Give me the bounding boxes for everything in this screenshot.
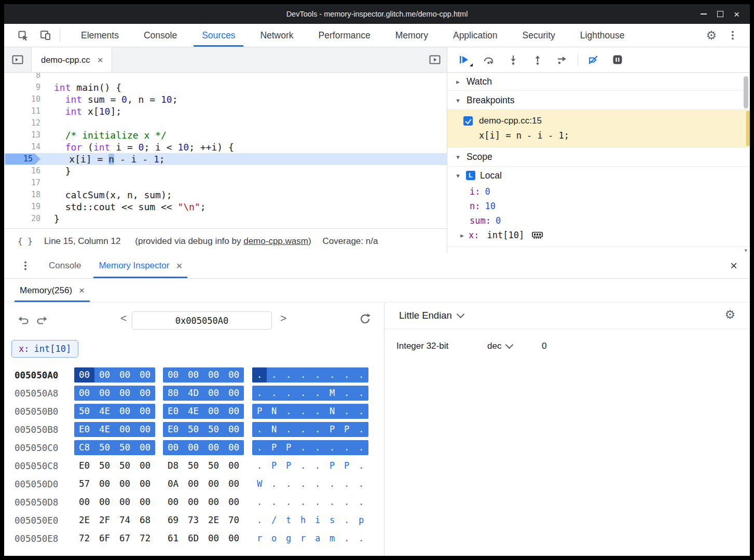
memory-byte[interactable]: 00	[183, 440, 203, 455]
memory-byte[interactable]: 70	[224, 513, 244, 528]
memory-ascii-char[interactable]: .	[339, 386, 354, 401]
memory-ascii-char[interactable]: .	[354, 531, 368, 546]
line-number[interactable]: 18	[4, 189, 48, 201]
memory-ascii-char[interactable]: .	[267, 476, 281, 491]
memory-ascii-char[interactable]: .	[339, 440, 354, 455]
breakpoint-entry[interactable]: demo-cpp.cc:15 x[i] = n - i - 1;	[447, 110, 750, 147]
memory-byte[interactable]: 00	[163, 495, 183, 510]
memory-ascii-char[interactable]: r	[296, 531, 310, 546]
scrollbar-thumb[interactable]	[744, 76, 748, 108]
line-number[interactable]: 11	[4, 105, 48, 117]
memory-byte[interactable]: 00	[224, 367, 244, 383]
memory-ascii-char[interactable]: .	[296, 440, 310, 455]
tab-memory-inspector[interactable]: Memory Inspector ×	[93, 253, 187, 278]
memory-byte[interactable]: 00	[135, 422, 155, 437]
memory-ascii-char[interactable]: .	[310, 404, 325, 419]
memory-ascii-char[interactable]: P	[339, 422, 354, 437]
memory-ascii-char[interactable]: .	[296, 367, 310, 383]
memory-ascii-char[interactable]: .	[325, 495, 339, 510]
line-number[interactable]: 12	[4, 117, 48, 129]
resume-script-icon[interactable]	[459, 55, 469, 64]
step-out-icon[interactable]	[532, 55, 543, 65]
memory-byte[interactable]: 00	[203, 440, 224, 455]
line-number[interactable]: 19	[4, 201, 48, 213]
memory-byte[interactable]: E0	[163, 422, 183, 437]
memory-byte[interactable]: 00	[94, 386, 115, 401]
memory-ascii-char[interactable]: .	[354, 476, 368, 491]
memory-ascii-char[interactable]: .	[354, 422, 368, 437]
memory-ascii-char[interactable]: .	[310, 440, 325, 455]
memory-byte[interactable]: 00	[224, 495, 244, 510]
memory-byte[interactable]: 00	[135, 458, 155, 473]
scroll-down-icon[interactable]: ▾	[744, 248, 747, 253]
memory-byte[interactable]: 50	[203, 422, 224, 437]
memory-ascii-char[interactable]: .	[339, 513, 354, 528]
memory-ascii-char[interactable]: .	[354, 367, 368, 383]
memory-ascii-char[interactable]: .	[310, 422, 325, 437]
memory-byte[interactable]: 00	[203, 404, 224, 419]
minimize-icon[interactable]	[701, 13, 707, 15]
memory-ascii-char[interactable]: g	[281, 531, 296, 546]
tab-application[interactable]: Application	[441, 24, 510, 47]
format-braces-icon[interactable]: { }	[18, 236, 33, 246]
memory-byte[interactable]: 0A	[163, 476, 183, 491]
memory-ascii-char[interactable]: .	[310, 367, 325, 383]
memory-ascii-char[interactable]: s	[325, 513, 339, 528]
memory-ascii-char[interactable]: i	[310, 513, 325, 528]
breakpoints-section-header[interactable]: ▾ Breakpoints	[447, 91, 750, 110]
tab-performance[interactable]: Performance	[306, 24, 383, 47]
memory-ascii-char[interactable]: .	[310, 476, 325, 491]
memory-ascii-char[interactable]: t	[281, 513, 296, 528]
memory-ascii-char[interactable]: P	[325, 458, 339, 473]
memory-byte[interactable]: 00	[115, 422, 135, 437]
memory-ascii-char[interactable]: p	[354, 513, 368, 528]
step-icon[interactable]	[557, 55, 568, 65]
tab-console[interactable]: Console	[44, 253, 86, 278]
memory-byte[interactable]: 80	[163, 386, 183, 401]
memory-byte[interactable]: 00	[183, 495, 203, 510]
memory-ascii-char[interactable]: M	[325, 386, 339, 401]
line-number[interactable]: 8	[4, 73, 48, 81]
tab-sources[interactable]: Sources	[189, 24, 248, 47]
memory-ascii-char[interactable]: .	[267, 367, 281, 383]
memory-byte[interactable]: 2E	[74, 513, 94, 528]
close-drawer-icon[interactable]: ×	[730, 253, 737, 278]
code-editor[interactable]: 89int main() {10 int sum = 0, n = 10;11 …	[4, 73, 447, 228]
memory-ascii-char[interactable]: .	[296, 422, 310, 437]
memory-ascii-char[interactable]: .	[296, 386, 310, 401]
memory-ascii-char[interactable]: o	[267, 531, 281, 546]
step-over-icon[interactable]	[483, 55, 494, 65]
expand-icon[interactable]: ▸	[459, 231, 465, 239]
memory-ascii-char[interactable]: .	[354, 386, 368, 401]
inspect-element-icon[interactable]	[18, 30, 29, 41]
memory-byte[interactable]: E0	[74, 422, 94, 437]
memory-byte[interactable]: 00	[203, 367, 224, 383]
memory-ascii-char[interactable]: .	[339, 476, 354, 491]
line-number[interactable]: 13	[4, 129, 48, 141]
memory-ascii-char[interactable]: .	[296, 476, 310, 491]
memory-ascii-char[interactable]: W	[252, 476, 267, 491]
memory-byte[interactable]: 00	[135, 440, 155, 455]
close-window-icon[interactable]: ×	[734, 9, 739, 19]
previous-page-icon[interactable]: <	[120, 312, 127, 324]
memory-ascii-char[interactable]: .	[296, 458, 310, 473]
memory-byte[interactable]: 00	[94, 495, 115, 510]
memory-byte[interactable]: 57	[74, 476, 94, 491]
value-format-select[interactable]: dec	[487, 341, 512, 351]
memory-byte[interactable]: 73	[183, 513, 203, 528]
memory-byte[interactable]: 00	[115, 495, 135, 510]
history-back-icon[interactable]	[18, 315, 29, 326]
memory-ascii-char[interactable]: .	[354, 495, 368, 510]
memory-byte[interactable]: 00	[163, 367, 183, 383]
memory-ascii-char[interactable]: P	[281, 440, 296, 455]
memory-byte[interactable]: 68	[135, 513, 155, 528]
memory-ascii-char[interactable]: P	[252, 404, 267, 419]
toggle-debugger-sidebar-icon[interactable]	[429, 47, 441, 72]
memory-byte[interactable]: 00	[135, 495, 155, 510]
memory-ascii-char[interactable]: .	[339, 404, 354, 419]
memory-byte[interactable]: 50	[115, 458, 135, 473]
memory-ascii-char[interactable]: .	[325, 476, 339, 491]
memory-byte[interactable]: 00	[224, 531, 244, 546]
close-memory-tab-icon[interactable]: ×	[79, 285, 85, 295]
memory-byte[interactable]: 4E	[94, 404, 115, 419]
